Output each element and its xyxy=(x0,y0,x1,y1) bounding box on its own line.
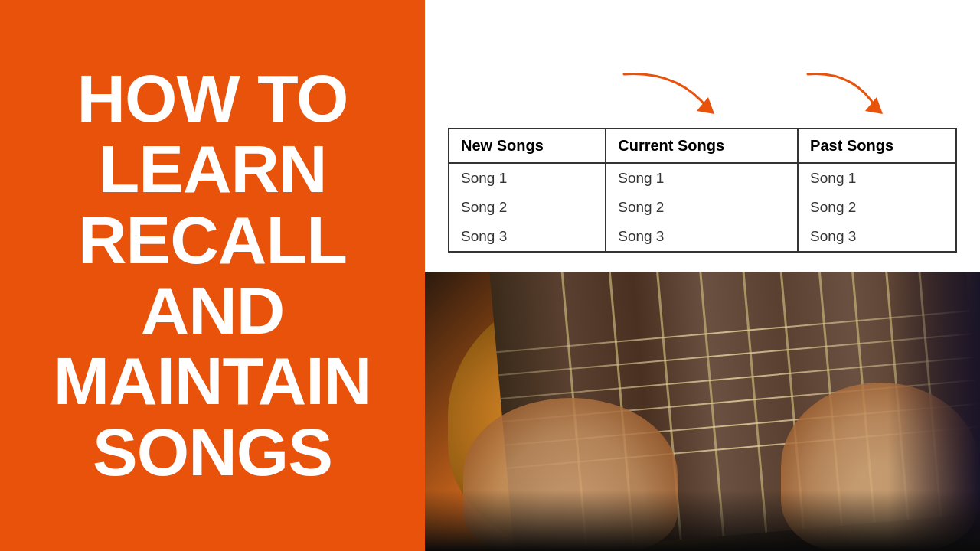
arrows-area xyxy=(448,67,957,128)
cell-past-2: Song 2 xyxy=(798,193,956,222)
right-panel: New Songs Current Songs Past Songs Song … xyxy=(425,0,980,551)
col-header-new-songs: New Songs xyxy=(449,129,606,163)
table-row: Song 1 Song 1 Song 1 xyxy=(449,163,956,193)
table-section: New Songs Current Songs Past Songs Song … xyxy=(425,0,980,272)
arrows-svg xyxy=(471,67,980,124)
svg-marker-1 xyxy=(865,97,883,114)
cell-current-2: Song 2 xyxy=(606,193,798,222)
table-container: New Songs Current Songs Past Songs Song … xyxy=(448,15,957,264)
cell-past-1: Song 1 xyxy=(798,163,956,193)
cell-new-2: Song 2 xyxy=(449,193,606,222)
cell-current-1: Song 1 xyxy=(606,163,798,193)
left-panel: HOW TO LEARN RECALL AND MAINTAIN SONGS xyxy=(0,0,425,551)
table-row: Song 3 Song 3 Song 3 xyxy=(449,222,956,252)
col-header-past-songs: Past Songs xyxy=(798,129,956,163)
cell-current-3: Song 3 xyxy=(606,222,798,252)
bottom-overlay xyxy=(425,490,980,551)
cell-new-1: Song 1 xyxy=(449,163,606,193)
cell-new-3: Song 3 xyxy=(449,222,606,252)
guitar-background xyxy=(425,272,980,551)
guitar-photo xyxy=(425,272,980,551)
cell-past-3: Song 3 xyxy=(798,222,956,252)
main-title: HOW TO LEARN RECALL AND MAINTAIN SONGS xyxy=(54,64,372,487)
song-table: New Songs Current Songs Past Songs Song … xyxy=(448,128,957,253)
table-row: Song 2 Song 2 Song 2 xyxy=(449,193,956,222)
col-header-current-songs: Current Songs xyxy=(606,129,798,163)
